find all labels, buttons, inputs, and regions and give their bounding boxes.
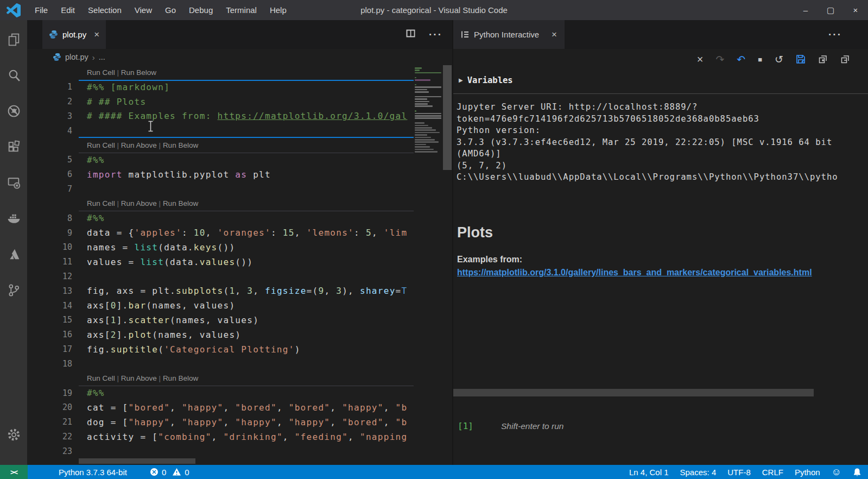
menu-item-file[interactable]: File	[28, 5, 54, 15]
code-line: 8#%%	[27, 211, 452, 225]
menu-item-go[interactable]: Go	[159, 5, 182, 15]
tab-close-icon[interactable]: ×	[94, 30, 99, 39]
panel-tab-bar: Python Interactive × ···	[453, 20, 868, 49]
line-number: 6	[27, 169, 79, 179]
code-area[interactable]: Run Cell | Run Below1#%% [markdown]2# ##…	[27, 65, 452, 465]
warning-count: 0	[185, 468, 189, 477]
input-divider-bar	[453, 389, 814, 396]
codelens-run-above[interactable]: Run Above	[121, 141, 157, 149]
line-number: 12	[27, 272, 79, 281]
line-number: 8	[27, 213, 79, 223]
notifications-bell-icon[interactable]	[853, 468, 861, 477]
output-line: 3.7.3 (v3.7.3:ef4ec6ed12, Mar 25 2019, 2…	[457, 137, 868, 149]
minimap-line	[415, 101, 429, 103]
minimap-line	[415, 86, 441, 88]
menu-item-debug[interactable]: Debug	[182, 5, 219, 15]
split-editor-icon[interactable]	[406, 28, 416, 41]
codelens-row: Run Cell | Run Above | Run Below	[27, 371, 452, 386]
indentation-status[interactable]: Spaces: 4	[680, 468, 717, 477]
breadcrumb-file[interactable]: plot.py	[65, 53, 88, 61]
codelens-row: Run Cell | Run Below	[27, 65, 452, 80]
chevron-right-icon: ▶	[459, 72, 463, 89]
codelens-run-below[interactable]: Run Below	[121, 68, 156, 77]
codelens-row: Run Cell | Run Above | Run Below	[27, 196, 452, 211]
undo-icon[interactable]: ↶	[737, 54, 745, 65]
close-window-button[interactable]: ×	[843, 0, 868, 20]
code-line: 9data = {'apples': 10, 'oranges': 15, 'l…	[27, 225, 452, 240]
line-number: 15	[27, 315, 79, 325]
cursor-position-status[interactable]: Ln 4, Col 1	[629, 468, 669, 477]
codelens-run-below[interactable]: Run Below	[163, 199, 198, 207]
vertical-scrollbar[interactable]	[442, 65, 452, 465]
code-line: 5#%%	[27, 153, 452, 167]
panel-tab-label: Python Interactive	[474, 30, 539, 39]
code-line: 3# #### Examples from: https://matplotli…	[27, 109, 452, 123]
export-notebook-icon[interactable]	[796, 54, 806, 64]
language-mode-status[interactable]: Python	[795, 468, 820, 477]
codelens-run-cell[interactable]: Run Cell	[87, 68, 115, 77]
extensions-icon[interactable]	[0, 129, 27, 165]
codelens-run-below[interactable]: Run Below	[163, 141, 198, 149]
minimap[interactable]	[414, 65, 442, 465]
minimap-line	[415, 139, 435, 141]
search-icon[interactable]	[0, 57, 27, 93]
breadcrumb[interactable]: plot.py › ...	[27, 49, 452, 65]
codelens-run-below[interactable]: Run Below	[163, 374, 198, 382]
editor-more-actions-icon[interactable]: ···	[429, 29, 442, 41]
minimap-line	[415, 129, 436, 131]
menu-item-terminal[interactable]: Terminal	[219, 5, 263, 15]
line-number: 4	[27, 126, 79, 136]
line-number: 23	[27, 446, 79, 456]
azure-icon[interactable]	[0, 236, 27, 272]
section-divider	[453, 93, 868, 94]
codelens-run-cell[interactable]: Run Cell	[87, 374, 115, 382]
settings-gear-icon[interactable]	[0, 427, 27, 442]
breadcrumb-more[interactable]: ...	[99, 53, 105, 61]
codelens-run-cell[interactable]: Run Cell	[87, 199, 115, 207]
tab-python-interactive[interactable]: Python Interactive ×	[453, 20, 565, 49]
remote-explorer-icon[interactable]	[0, 165, 27, 200]
source-control-icon[interactable]	[0, 272, 27, 308]
minimap-line	[415, 103, 428, 105]
problems-status[interactable]: 0 0	[150, 468, 189, 477]
menu-item-view[interactable]: View	[128, 5, 159, 15]
interrupt-kernel-icon[interactable]: ■	[758, 56, 762, 63]
matplotlib-link[interactable]: https://matplotlib.org/3.1.0/gallery/lin…	[457, 268, 868, 278]
menu-item-edit[interactable]: Edit	[54, 5, 81, 15]
prompt-hint[interactable]: Shift-enter to run	[501, 421, 563, 431]
python-interpreter-status[interactable]: Python 3.7.3 64-bit	[59, 468, 127, 477]
minimap-line	[415, 134, 427, 136]
variables-section-header[interactable]: ▶ Variables	[459, 72, 513, 89]
codelens-run-above[interactable]: Run Above	[121, 374, 157, 382]
minimap-line	[415, 122, 425, 124]
menu-item-selection[interactable]: Selection	[81, 5, 128, 15]
redo-icon[interactable]: ↷	[715, 54, 724, 65]
feedback-smiley-icon[interactable]: ☺	[832, 467, 841, 478]
close-icon[interactable]: ×	[697, 54, 704, 65]
editor-tab-bar: plot.py × ···	[27, 20, 452, 49]
horizontal-scrollbar[interactable]	[79, 458, 195, 464]
remote-indicator[interactable]: ><	[0, 465, 28, 479]
tab-plot-py[interactable]: plot.py ×	[42, 20, 106, 49]
docker-icon[interactable]	[0, 200, 27, 236]
restart-kernel-icon[interactable]: ↺	[775, 54, 783, 65]
debug-icon[interactable]	[0, 93, 27, 129]
cell-prompt: [1]	[458, 421, 473, 431]
python-file-icon	[49, 30, 58, 39]
minimap-line	[415, 127, 432, 129]
panel-more-actions-icon[interactable]: ···	[828, 29, 842, 41]
output-line: C:\\Users\\luabud\\AppData\\Local\\Progr…	[457, 172, 868, 184]
codelens-run-above[interactable]: Run Above	[121, 199, 157, 207]
encoding-status[interactable]: UTF-8	[727, 468, 751, 477]
collapse-all-icon[interactable]	[840, 54, 850, 64]
interactive-window-icon	[461, 30, 469, 39]
expand-all-icon[interactable]	[818, 54, 828, 64]
minimize-button[interactable]: –	[793, 0, 818, 20]
menu-item-help[interactable]: Help	[263, 5, 293, 15]
panel-tab-close-icon[interactable]: ×	[552, 30, 557, 39]
kernel-output: Jupyter Server URI: http://localhost:888…	[457, 102, 868, 184]
codelens-run-cell[interactable]: Run Cell	[87, 141, 115, 149]
eol-status[interactable]: CRLF	[762, 468, 783, 477]
maximize-button[interactable]: ▢	[818, 0, 843, 20]
explorer-icon[interactable]	[0, 21, 27, 57]
